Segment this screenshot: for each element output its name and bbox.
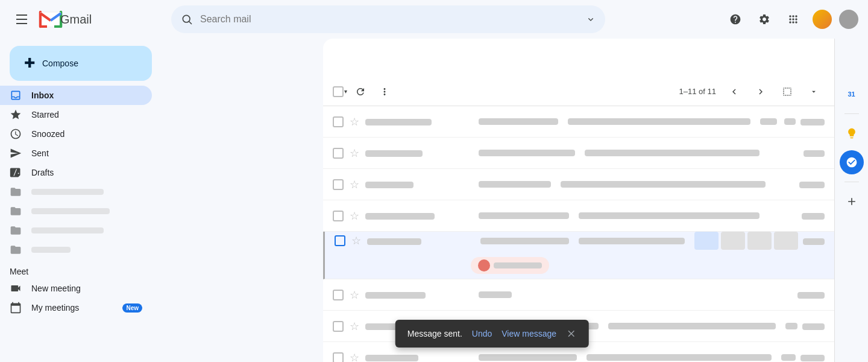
- attachment-icons: [694, 232, 798, 250]
- sidebar-item-more-2[interactable]: [0, 202, 152, 221]
- email-body: [479, 354, 796, 361]
- sender-name: [365, 148, 474, 158]
- sidebar-item-snoozed[interactable]: Snoozed: [0, 124, 152, 144]
- chip-label: [494, 262, 542, 268]
- sidebar-blur-4: [31, 247, 71, 253]
- header: Gmail: [0, 0, 868, 39]
- search-options-icon[interactable]: [586, 14, 596, 24]
- folder-icon-2: [10, 205, 22, 217]
- sidebar-item-drafts[interactable]: Drafts: [0, 163, 152, 182]
- sent-icon: [10, 147, 22, 159]
- compose-plus-icon: ✚: [24, 56, 35, 71]
- row-checkbox[interactable]: [333, 321, 344, 332]
- row-checkbox[interactable]: [335, 235, 345, 246]
- attachment-thumb-3[interactable]: [747, 232, 772, 250]
- pagination-text: 1–11 of 11: [679, 87, 716, 96]
- compose-button[interactable]: ✚ Compose: [10, 46, 152, 81]
- row-checkbox[interactable]: [333, 116, 344, 127]
- email-date: [803, 237, 825, 246]
- search-bar[interactable]: [171, 5, 605, 33]
- toast-undo-button[interactable]: Undo: [472, 329, 492, 338]
- star-button[interactable]: ☆: [348, 210, 360, 222]
- row-checkbox[interactable]: [333, 211, 344, 221]
- star-button[interactable]: ☆: [348, 289, 360, 301]
- select-all-arrow[interactable]: ▾: [344, 88, 347, 95]
- sidebar-item-more-3[interactable]: [0, 221, 152, 240]
- sender-name: [365, 290, 474, 300]
- starred-icon: [10, 109, 22, 121]
- prev-page-button[interactable]: [723, 81, 745, 103]
- video-icon: [10, 282, 22, 294]
- next-page-button[interactable]: [750, 81, 772, 103]
- sidebar-item-my-meetings[interactable]: My meetings New: [0, 298, 152, 317]
- star-button[interactable]: ☆: [348, 179, 360, 191]
- attachment-thumb-2[interactable]: [721, 232, 745, 250]
- email-row[interactable]: ☆: [323, 200, 834, 232]
- search-input[interactable]: [200, 14, 581, 25]
- email-row[interactable]: ☆: [323, 138, 834, 169]
- toast-message: Message sent.: [407, 329, 462, 338]
- add-app-button[interactable]: [840, 189, 864, 214]
- menu-button[interactable]: [10, 7, 34, 31]
- star-button[interactable]: ☆: [348, 116, 360, 128]
- chip-avatar: [478, 259, 490, 272]
- help-button[interactable]: [723, 7, 747, 31]
- refresh-button[interactable]: [350, 81, 371, 103]
- email-row-expanded[interactable]: ☆: [323, 232, 834, 279]
- sidebar-item-starred[interactable]: Starred: [0, 105, 152, 124]
- sidebar-item-sent[interactable]: Sent: [0, 144, 152, 163]
- sent-label: Sent: [31, 148, 142, 158]
- folder-icon-4: [10, 244, 22, 256]
- apps-divider-2: [844, 182, 859, 182]
- email-date: [797, 290, 825, 299]
- calendar-app-button[interactable]: 31: [840, 82, 864, 106]
- split-view-button[interactable]: [776, 81, 798, 103]
- toolbar: ▾ 1–11 of 11: [323, 77, 834, 106]
- email-body: [479, 212, 797, 219]
- toast-close-button[interactable]: [566, 328, 577, 339]
- my-meetings-label: My meetings: [31, 303, 113, 313]
- folder-icon-3: [10, 224, 22, 237]
- sender-name: [367, 236, 476, 246]
- sidebar-item-more-4[interactable]: [0, 240, 152, 259]
- star-button[interactable]: ☆: [350, 235, 362, 247]
- calendar-icon: [10, 302, 22, 314]
- sidebar-item-new-meeting[interactable]: New meeting: [0, 279, 152, 298]
- row-checkbox[interactable]: [333, 179, 344, 190]
- sidebar-blur-3: [31, 227, 104, 233]
- email-chip[interactable]: [471, 257, 549, 274]
- email-row[interactable]: ☆: [323, 106, 834, 138]
- email-body: [479, 150, 799, 156]
- row-checkbox[interactable]: [333, 352, 344, 363]
- star-button[interactable]: ☆: [348, 147, 360, 159]
- search-icon: [181, 13, 193, 25]
- inbox-label: Inbox: [31, 91, 142, 100]
- meet-section-label: Meet: [0, 259, 162, 279]
- email-row[interactable]: ☆: [323, 279, 834, 311]
- star-button[interactable]: ☆: [348, 352, 360, 363]
- email-row[interactable]: ☆: [323, 169, 834, 200]
- user-avatar-primary[interactable]: [813, 10, 832, 29]
- settings-button[interactable]: [752, 7, 776, 31]
- attachment-thumb-1[interactable]: [694, 232, 719, 250]
- email-date: [802, 211, 825, 220]
- toast-notification: Message sent. Undo View message: [395, 320, 589, 348]
- row-checkbox[interactable]: [333, 290, 344, 300]
- select-all-checkbox[interactable]: [333, 86, 344, 97]
- toast-view-button[interactable]: View message: [502, 329, 556, 338]
- attachment-thumb-4[interactable]: [774, 232, 798, 250]
- sidebar-item-more-1[interactable]: [0, 182, 152, 202]
- keep-app-button[interactable]: [840, 121, 864, 145]
- folder-icon-1: [10, 186, 22, 198]
- email-date: [800, 353, 825, 362]
- more-options-button[interactable]: [374, 81, 395, 103]
- select-all-wrapper[interactable]: ▾: [333, 86, 347, 97]
- user-avatar-secondary[interactable]: [839, 10, 858, 29]
- sidebar-item-inbox[interactable]: Inbox: [0, 86, 152, 105]
- view-options-button[interactable]: [803, 81, 825, 103]
- apps-button[interactable]: [781, 7, 805, 31]
- sender-name: [365, 211, 474, 221]
- tasks-app-button[interactable]: [840, 150, 864, 174]
- star-button[interactable]: ☆: [348, 320, 360, 332]
- row-checkbox[interactable]: [333, 148, 344, 159]
